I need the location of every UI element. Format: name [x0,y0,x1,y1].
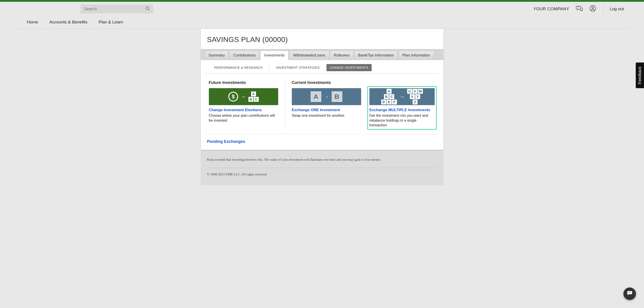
logout-link[interactable]: Log out [610,6,624,11]
subtab-investment-strategies[interactable]: INVESTMENT STRATEGIES [273,64,323,71]
card-exchange-one[interactable]: A → B Exchange ONE Investment Swap one i… [292,88,361,130]
help-chat-icon[interactable]: ? [576,5,583,12]
card-change-elections[interactable]: $ → A BC Change Investment Elections Cho… [209,88,278,123]
subtab-divider [270,65,270,70]
footer: Keep in mind that investing involves ris… [201,150,444,185]
svg-point-4 [592,7,594,9]
global-header: YOUR COMPANY ? Log out Home Accounts & [0,2,644,29]
tab-plan-information[interactable]: Plan Information [398,51,434,60]
exchange-multiple-link[interactable]: Exchange MULTIPLE Investments [370,108,435,112]
main-nav: Home Accounts & Benefits Plan & Learn [14,13,630,29]
tab-withdrawals-loans[interactable]: Withdrawals/Loans [289,51,329,60]
arrow-right-icon: → [240,94,246,100]
top-accent-bar [0,0,644,2]
future-investments-heading: Future Investments [209,80,278,85]
search-icon[interactable] [145,6,150,12]
tab-rollovers[interactable]: Rollovers [330,51,354,60]
arrow-right-icon: → [324,94,329,100]
change-elections-graphic: $ → A BC [209,88,278,105]
dollar-circle-icon: $ [228,92,238,102]
exchange-multiple-graphic: A BC DEF → UVW XY Z [370,88,435,105]
nav-home[interactable]: Home [27,20,38,24]
tab-summary[interactable]: Summary [205,51,229,60]
copyright: © 1998-2023 FMR LLC. All rights reserved… [207,172,437,176]
search-box[interactable] [80,4,153,13]
change-elections-desc: Choose where your plan contributions wil… [209,113,278,123]
company-label: YOUR COMPANY [533,6,569,11]
svg-text:?: ? [578,6,579,9]
search-input[interactable] [80,7,145,11]
page-title: SAVINGS PLAN (00000) [201,29,444,49]
profile-icon[interactable] [590,5,596,13]
tab-bank-tax[interactable]: Bank/Tax Information [354,51,398,60]
content-panel: SAVINGS PLAN (00000) Summary Contributio… [201,29,444,150]
svg-line-1 [148,9,150,10]
pending-exchanges-link[interactable]: Pending Exchanges [207,139,245,144]
risk-disclaimer: Keep in mind that investing involves ris… [207,158,437,168]
arrow-right-icon: → [399,94,405,100]
change-elections-link[interactable]: Change Investment Elections [209,108,278,112]
investment-sections: Future Investments $ → A BC Change Inves… [205,74,440,134]
investment-subtabs: PERFORMANCE & RESEARCH INVESTMENT STRATE… [205,60,440,74]
card-exchange-multiple[interactable]: A BC DEF → UVW XY Z Exchange MULTIPLE In… [368,86,437,130]
feedback-tab[interactable]: Feedback [636,62,644,88]
exchange-multiple-desc: Get the investment mix you want and reba… [370,113,435,128]
nav-plan-learn[interactable]: Plan & Learn [98,20,123,24]
exchange-one-link[interactable]: Exchange ONE Investment [292,108,361,112]
subtab-change-investments[interactable]: CHANGE INVESTMENTS [326,64,372,71]
tab-investments[interactable]: Investments [260,51,288,60]
pending-exchanges-section: Pending Exchanges [201,134,444,150]
svg-point-0 [146,7,149,9]
current-investments-heading: Current Investments [292,80,437,85]
tab-contributions[interactable]: Contributions [230,51,260,60]
header-divider [603,4,603,13]
exchange-one-desc: Swap one investment for another. [292,113,361,118]
nav-accounts-benefits[interactable]: Accounts & Benefits [50,20,88,24]
exchange-one-graphic: A → B [292,88,361,105]
svg-text:$: $ [232,94,235,100]
subtab-performance-research[interactable]: PERFORMANCE & RESEARCH [211,64,266,71]
plan-tabs: Summary Contributions Investments Withdr… [201,49,444,60]
